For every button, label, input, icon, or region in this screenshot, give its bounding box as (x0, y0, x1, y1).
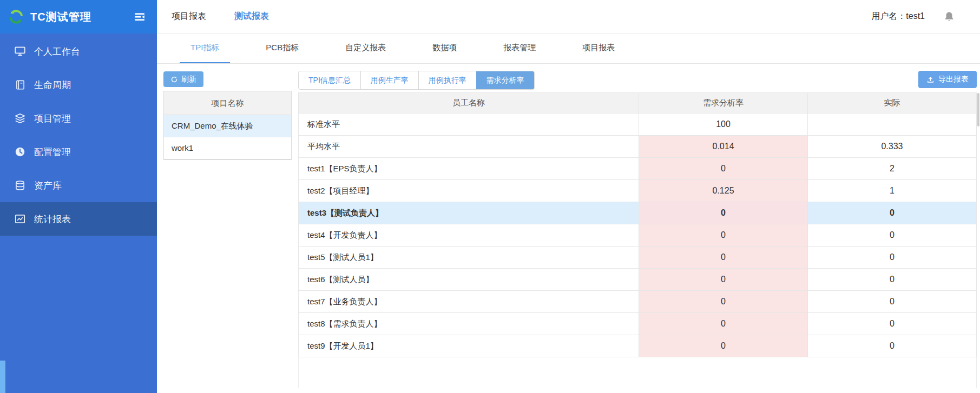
table-row[interactable]: test7【业务负责人】 0 0 (299, 291, 977, 313)
col-header-employee: 员工名称 (299, 93, 639, 114)
table-row[interactable]: 平均水平 0.014 0.333 (299, 136, 977, 158)
table-empty-area (298, 357, 977, 388)
project-list-header: 项目名称 (164, 91, 291, 115)
sidebar-item-config[interactable]: 配置管理 (0, 135, 157, 169)
sidebar-scrollbar[interactable] (0, 361, 5, 393)
table-row[interactable]: 标准水平 100 (299, 114, 977, 136)
cell-name: test3【测试负责人】 (299, 202, 639, 224)
cell-name: test9【开发人员1】 (299, 335, 639, 357)
cell-rate: 0 (639, 247, 808, 269)
cell-actual: 0 (808, 313, 977, 335)
cell-name: test1【EPS负责人】 (299, 158, 639, 180)
database-icon (14, 179, 26, 191)
cell-name: 平均水平 (299, 136, 639, 158)
sidebar-item-project[interactable]: 项目管理 (0, 102, 157, 135)
sidebar-item-reports[interactable]: 统计报表 (0, 202, 157, 236)
report-icon (14, 213, 26, 225)
tpi-report-table: 员工名称 需求分析率 实际 标准水平 100 平均水平 (298, 92, 977, 357)
sidebar-item-label: 资产库 (34, 179, 62, 192)
cell-name: test5【测试人员1】 (299, 247, 639, 269)
content-scrollbar[interactable] (977, 93, 979, 126)
sidebar-menu: 个人工作台 生命周期 项目管理 配置管理 (0, 34, 157, 236)
cell-rate: 0.014 (639, 136, 808, 158)
cell-name: test2【项目经理】 (299, 180, 639, 202)
cell-actual: 0 (808, 202, 977, 224)
tab-project-report[interactable]: 项目报表 (571, 34, 626, 63)
content-area: 刷新 项目名称 CRM_Demo_在线体验 work1 TPI信息汇总 用例生产… (157, 64, 980, 393)
metric-requirement-analysis[interactable]: 需求分析率 (476, 71, 534, 89)
app-logo-icon (9, 9, 24, 24)
app-window: TC测试管理 个人工作台 生命周期 (0, 0, 980, 393)
right-column: TPI信息汇总 用例生产率 用例执行率 需求分析率 导出报表 (298, 71, 977, 393)
cell-actual: 0 (808, 335, 977, 357)
metric-switch-group: TPI信息汇总 用例生产率 用例执行率 需求分析率 (298, 71, 535, 90)
sidebar-item-label: 项目管理 (34, 112, 71, 125)
table-header-row: 员工名称 需求分析率 实际 (299, 93, 977, 114)
table-row[interactable]: test1【EPS负责人】 0 2 (299, 158, 977, 180)
sidebar-collapse-icon[interactable] (133, 10, 146, 23)
table-row[interactable]: test5【测试人员1】 0 0 (299, 247, 977, 269)
cell-rate: 0 (639, 158, 808, 180)
table-row[interactable]: test2【项目经理】 0.125 1 (299, 180, 977, 202)
metric-case-execution[interactable]: 用例执行率 (418, 71, 476, 89)
project-icon (14, 112, 26, 124)
sidebar-item-workbench[interactable]: 个人工作台 (0, 35, 157, 68)
tab-report-manage[interactable]: 报表管理 (492, 34, 547, 63)
tab-tpi[interactable]: TPI指标 (180, 34, 230, 63)
left-column: 刷新 项目名称 CRM_Demo_在线体验 work1 (163, 71, 292, 393)
project-row-work1[interactable]: work1 (164, 137, 291, 159)
cell-actual: 0 (808, 247, 977, 269)
cell-name: 标准水平 (299, 114, 639, 136)
cell-rate: 0 (639, 291, 808, 313)
col-header-actual: 实际 (808, 93, 977, 114)
cell-actual: 0 (808, 224, 977, 247)
cell-name: test8【需求负责人】 (299, 313, 639, 335)
cell-rate: 0 (639, 313, 808, 335)
report-tabbar: TPI指标 PCB指标 自定义报表 数据项 报表管理 项目报表 (157, 34, 980, 64)
cell-actual: 0.333 (808, 136, 977, 158)
cell-rate: 100 (639, 114, 808, 136)
cell-name: test7【业务负责人】 (299, 291, 639, 313)
cell-actual (808, 114, 977, 136)
main-area: 项目报表 测试报表 用户名：test1 TPI指标 PCB指标 自定义报表 数据… (157, 0, 980, 393)
lifecycle-icon (14, 79, 26, 91)
tab-data-items[interactable]: 数据项 (422, 34, 468, 63)
cell-actual: 0 (808, 291, 977, 313)
cell-actual: 0 (808, 269, 977, 291)
tab-custom-report[interactable]: 自定义报表 (334, 34, 397, 63)
project-row-crm-demo[interactable]: CRM_Demo_在线体验 (164, 115, 291, 137)
sidebar-item-lifecycle[interactable]: 生命周期 (0, 68, 157, 102)
workbench-icon (14, 45, 26, 57)
topnav-test-reports[interactable]: 测试报表 (234, 11, 269, 22)
metric-tpi-summary[interactable]: TPI信息汇总 (299, 71, 360, 89)
sidebar-item-label: 生命周期 (34, 79, 71, 91)
export-report-button[interactable]: 导出报表 (918, 71, 977, 88)
refresh-icon (170, 76, 178, 83)
topbar-right: 用户名：test1 (871, 11, 955, 23)
sidebar-header: TC测试管理 (0, 0, 157, 34)
cell-rate: 0.125 (639, 180, 808, 202)
export-icon (926, 76, 935, 84)
cell-name: test6【测试人员】 (299, 269, 639, 291)
notification-bell-icon[interactable] (943, 11, 955, 23)
table-row[interactable]: test6【测试人员】 0 0 (299, 269, 977, 291)
col-header-rate: 需求分析率 (639, 93, 808, 114)
sidebar-item-label: 个人工作台 (34, 45, 80, 58)
sidebar-item-assets[interactable]: 资产库 (0, 169, 157, 202)
cell-rate: 0 (639, 335, 808, 357)
username-text: 用户名：test1 (871, 11, 925, 22)
sidebar-item-label: 配置管理 (34, 146, 71, 158)
table-row[interactable]: test8【需求负责人】 0 0 (299, 313, 977, 335)
topnav-project-reports[interactable]: 项目报表 (172, 11, 206, 22)
metric-case-productivity[interactable]: 用例生产率 (360, 71, 418, 89)
app-title: TC测试管理 (30, 10, 133, 24)
cell-actual: 1 (808, 180, 977, 202)
topbar: 项目报表 测试报表 用户名：test1 (157, 0, 980, 34)
tab-pcb[interactable]: PCB指标 (255, 34, 310, 63)
table-row-selected[interactable]: test3【测试负责人】 0 0 (299, 202, 977, 224)
cell-rate: 0 (639, 269, 808, 291)
table-row[interactable]: test9【开发人员1】 0 0 (299, 335, 977, 357)
refresh-button[interactable]: 刷新 (163, 71, 203, 87)
cell-name: test4【开发负责人】 (299, 224, 639, 247)
table-row[interactable]: test4【开发负责人】 0 0 (299, 224, 977, 247)
